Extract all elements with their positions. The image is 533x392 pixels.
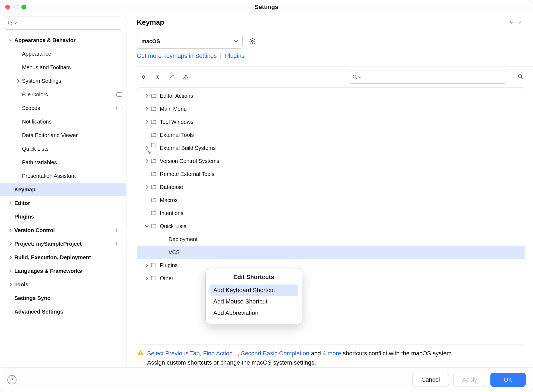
svg-point-7: [353, 75, 356, 78]
keymap-toolbar: [137, 67, 533, 87]
conflict-link[interactable]: Select Previous Tab: [147, 350, 200, 357]
more-keymaps-settings-link[interactable]: Get more keymaps in Settings: [137, 52, 217, 59]
keymap-tree-label: Version Control Systems: [160, 158, 219, 164]
sidebar-item[interactable]: Project: mySampleProject: [0, 237, 126, 251]
context-menu-title: Edit Shortcuts: [210, 274, 298, 281]
sidebar-tree: Appearance & BehaviorAppearanceMenus and…: [0, 33, 126, 318]
folder-icon: [151, 132, 157, 138]
sidebar-item[interactable]: Plugins: [0, 210, 126, 223]
find-shortcut-icon: [517, 74, 524, 80]
nav-forward-button[interactable]: [515, 18, 525, 27]
expander-icon[interactable]: [7, 228, 14, 232]
sidebar-item[interactable]: Notifications: [0, 115, 126, 128]
keymap-tree-row[interactable]: Intentions: [137, 207, 525, 220]
sidebar-item[interactable]: Keymap: [0, 183, 126, 196]
expander-icon[interactable]: [143, 107, 151, 111]
sidebar-item[interactable]: Path Variables: [0, 156, 126, 169]
sidebar-item[interactable]: Menus and Toolbars: [0, 61, 126, 74]
expander-icon[interactable]: [143, 159, 151, 163]
context-menu-item[interactable]: Add Abbreviation: [210, 307, 298, 319]
expander-icon[interactable]: [143, 276, 151, 280]
conflict-link[interactable]: Second Basic Completion: [241, 350, 309, 357]
sidebar-search-input[interactable]: [17, 20, 119, 26]
context-menu-item[interactable]: Add Mouse Shortcut: [210, 296, 298, 307]
conflict-link[interactable]: Find Action...: [203, 350, 237, 357]
keymap-tree-row[interactable]: VCS: [137, 246, 525, 259]
conflicts-button[interactable]: [181, 72, 191, 82]
keymap-tree-row[interactable]: Deployment: [137, 233, 525, 246]
sidebar-item[interactable]: Data Editor and Viewer: [0, 128, 126, 142]
sidebar-item[interactable]: Editor: [0, 196, 126, 210]
sidebar-item-label: Data Editor and Viewer: [22, 132, 122, 138]
expander-icon[interactable]: [7, 269, 14, 273]
keymap-tree-label: Other: [160, 275, 173, 282]
keymap-tree-row[interactable]: Macros: [137, 194, 525, 207]
keymap-tree-row[interactable]: Quick Lists: [137, 220, 525, 233]
sidebar-item-label: Plugins: [14, 214, 122, 220]
keymap-tree-row[interactable]: Remote External Tools: [137, 167, 525, 181]
collapse-all-button[interactable]: [153, 72, 162, 82]
find-by-shortcut-button[interactable]: [516, 72, 525, 82]
keymap-tree-row[interactable]: Main Menu: [137, 102, 525, 115]
sidebar-item[interactable]: Presentation Assistant: [0, 169, 126, 183]
sidebar-search[interactable]: [4, 17, 122, 30]
keymap-tree-label: Macros: [160, 197, 178, 203]
sidebar-item[interactable]: Scopes: [0, 101, 126, 115]
expander-icon[interactable]: [7, 255, 14, 259]
keymap-tree-row[interactable]: External Build Systems: [137, 141, 525, 154]
sidebar: Appearance & BehaviorAppearanceMenus and…: [0, 14, 126, 367]
sidebar-item[interactable]: Build, Execution, Deployment: [0, 251, 126, 264]
sidebar-item[interactable]: Appearance: [0, 47, 126, 61]
expander-icon[interactable]: [143, 120, 151, 124]
keymap-tree-row[interactable]: Version Control Systems: [137, 154, 525, 167]
keymap-select[interactable]: macOS: [137, 34, 243, 49]
svg-point-4: [252, 40, 253, 42]
expander-icon[interactable]: [143, 263, 151, 267]
ok-button[interactable]: OK: [490, 373, 526, 387]
expander-icon[interactable]: [143, 185, 151, 189]
sidebar-item-label: Quick Lists: [22, 146, 122, 152]
cancel-button[interactable]: Cancel: [412, 373, 449, 387]
expander-icon[interactable]: [7, 38, 14, 42]
nav-back-button[interactable]: [506, 18, 515, 27]
folder-icon: [151, 275, 157, 281]
keymap-tree-row[interactable]: External Tools: [137, 128, 525, 141]
sidebar-item-label: Scopes: [22, 105, 116, 111]
sidebar-item[interactable]: Settings Sync: [0, 291, 126, 305]
sidebar-item[interactable]: File Colors: [0, 88, 126, 101]
expander-icon[interactable]: [143, 146, 151, 150]
conflict-more-link[interactable]: 4 more: [323, 350, 341, 357]
edit-shortcut-button[interactable]: [167, 72, 176, 82]
expander-icon[interactable]: [7, 242, 14, 246]
expander-icon[interactable]: [14, 79, 22, 83]
sidebar-item[interactable]: Languages & Frameworks: [0, 264, 126, 278]
keymap-tree[interactable]: Editor ActionsMain MenuTool WindowsExter…: [137, 88, 525, 285]
expander-icon[interactable]: [7, 201, 14, 205]
keymap-search-input[interactable]: [361, 74, 503, 80]
sidebar-item[interactable]: Tools: [0, 278, 126, 291]
keymap-tree-panel: Editor ActionsMain MenuTool WindowsExter…: [137, 87, 525, 344]
keymap-tree-row[interactable]: Other: [137, 272, 525, 285]
sidebar-item[interactable]: Quick Lists: [0, 142, 126, 156]
context-menu-item[interactable]: Add Keyboard Shortcut: [210, 284, 298, 296]
sidebar-item[interactable]: Advanced Settings: [0, 305, 126, 318]
expander-icon[interactable]: [7, 283, 14, 286]
expander-icon[interactable]: [143, 224, 151, 228]
expand-all-button[interactable]: [139, 72, 148, 82]
keymap-tree-label: Tool Windows: [160, 119, 193, 125]
titlebar: Settings: [0, 0, 533, 14]
sidebar-item[interactable]: System Settings: [0, 74, 126, 88]
keymap-settings-button[interactable]: [248, 36, 257, 46]
keymap-tree-row[interactable]: Editor Actions: [137, 89, 525, 102]
keymap-tree-row[interactable]: Tool Windows: [137, 115, 525, 128]
keymap-tree-row[interactable]: Plugins: [137, 259, 525, 272]
keymap-tree-row[interactable]: Database: [137, 181, 525, 194]
more-keymaps-plugins-link[interactable]: Plugins: [225, 52, 245, 59]
svg-point-9: [518, 75, 522, 78]
sidebar-item[interactable]: Version Control: [0, 223, 126, 237]
keymap-search[interactable]: [349, 71, 506, 84]
help-button[interactable]: ?: [7, 375, 17, 384]
expander-icon[interactable]: [143, 94, 151, 98]
apply-button[interactable]: Apply: [453, 373, 486, 387]
sidebar-item[interactable]: Appearance & Behavior: [0, 33, 126, 47]
